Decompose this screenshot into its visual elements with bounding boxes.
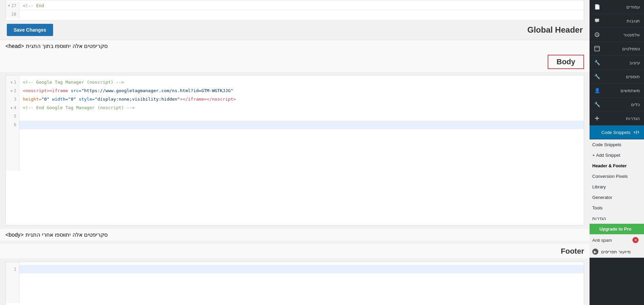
plugins-icon: 🔧 — [594, 73, 600, 80]
head-hint-row: סקריפטים אלה יתווספו בתוך התגית <head> — [0, 40, 590, 52]
sidebar-item-design-label: עיצוב — [603, 60, 640, 65]
tools-icon: 🔧 — [594, 101, 600, 108]
footer-title: Footer — [561, 247, 584, 256]
comments-icon — [594, 17, 600, 24]
editor-extra-space — [6, 171, 584, 225]
sidebar-item-templates-label: טמפלטים — [603, 46, 640, 51]
anti-spam-close-icon[interactable]: ✕ — [632, 237, 639, 243]
line-num-3: 3 — [6, 95, 19, 104]
submenu-conversion-pixels[interactable]: Conversion Pixels — [590, 171, 644, 182]
code-line-3: height="0" width="0" style="display:none… — [19, 95, 584, 104]
submenu-header-footer[interactable]: Header & Footer — [590, 160, 644, 171]
sidebar-item-settings-label: הגדרות — [603, 116, 640, 121]
elementor-icon: ⓔ — [594, 31, 600, 38]
sidebar-item-code-snippets-label: Code Snippets — [594, 130, 630, 135]
sidebar-item-users-label: משתמשים — [603, 88, 640, 93]
code-line-6[interactable] — [19, 121, 584, 129]
submenu-library[interactable]: Library — [590, 182, 644, 192]
line-numbers: ▼ 1 ▼ 2 3 ▼ 4 5 6 — [6, 75, 19, 171]
body-code-editor[interactable]: ▼ 1 ▼ 2 3 ▼ 4 5 6 <!-- Googl — [5, 75, 584, 225]
code-lines: <!-- Google Tag Manager (noscript) --> <… — [19, 75, 584, 171]
line-num-27: 27 — [12, 2, 16, 10]
sidebar-item-comments-label: תגובות — [603, 18, 640, 23]
upgrade-pro-label: Upgrade to Pro — [599, 226, 631, 232]
submenu-add-snippet[interactable]: Add Snippet + — [590, 150, 644, 160]
body-hint-text: סקריפטים אלה יתווספו אחרי התגית — [26, 232, 108, 238]
submenu-tools[interactable]: Tools — [590, 203, 644, 213]
misuder-play-icon: ▶ — [592, 249, 598, 255]
submenu-code-snippets[interactable]: Code Snippets — [590, 139, 644, 150]
sidebar-item-plugins[interactable]: תוספים 🔧 — [590, 70, 644, 84]
svg-text:ⓔ: ⓔ — [596, 33, 599, 37]
sidebar: עמודים 📄 תגובות אלמנטור ⓔ טמפלטים עיצוב … — [590, 0, 644, 305]
sidebar-item-code-snippets[interactable]: Code Snippets — [590, 125, 644, 139]
submenu: Code Snippets Add Snippet + Header & Foo… — [590, 139, 644, 258]
footer-code-editor[interactable]: 1 — [5, 262, 584, 305]
submenu-misuder[interactable]: מיזעור תפריסים ▶ — [590, 246, 644, 257]
body-section-header: Body — [0, 52, 590, 72]
misuder-label: מיזעור תפריסים — [601, 249, 631, 254]
line-num-4: ▼ 4 — [6, 104, 19, 112]
design-icon: 🔧 — [594, 59, 600, 66]
code-line-4: <!-- End Google Tag Manager (noscript) -… — [19, 104, 584, 112]
head-hint-text: סקריפטים אלה יתווספו בתוך התגית — [26, 43, 108, 49]
code-line-1: <!-- Google Tag Manager (noscript) --> — [19, 78, 584, 87]
footer-header: Footer — [0, 244, 590, 258]
footer-editor-extra — [6, 303, 584, 305]
body-footer-hint: סקריפטים אלה יתווספו אחרי התגית <body> — [0, 229, 590, 241]
sidebar-item-posts-label: עמודים — [603, 4, 640, 10]
footer-line-numbers: 1 — [6, 262, 19, 303]
anti-spam-label: Anti spam — [592, 238, 612, 243]
fold-1: ▼ — [11, 80, 13, 85]
submenu-anti-spam[interactable]: Anti spam ✕ — [590, 234, 644, 246]
sidebar-item-design[interactable]: עיצוב 🔧 — [590, 56, 644, 70]
sidebar-item-posts[interactable]: עמודים 📄 — [590, 0, 644, 14]
sidebar-item-elementor[interactable]: אלמנטור ⓔ — [590, 28, 644, 42]
submenu-upgrade-pro[interactable]: Upgrade to Pro — [590, 224, 644, 234]
svg-rect-2 — [595, 46, 599, 51]
code-line-2: <noscript><iframe src="https://www.googl… — [19, 87, 584, 95]
footer-line-num-1: 1 — [6, 265, 19, 273]
sidebar-item-tools-label: כלים — [603, 102, 640, 107]
global-header-title: Global Header — [527, 25, 583, 35]
head-tag: <head> — [5, 43, 24, 49]
submenu-generator[interactable]: Generator — [590, 192, 644, 203]
sidebar-item-tools[interactable]: כלים 🔧 — [590, 98, 644, 112]
svg-rect-5 — [595, 118, 599, 119]
top-bar: Save Changes Global Header — [0, 20, 590, 40]
settings-icon — [594, 115, 600, 122]
prev-line-28-content — [19, 10, 26, 18]
footer-code-lines — [19, 262, 584, 303]
sidebar-item-users[interactable]: משתמשים 👤 — [590, 84, 644, 98]
fold-4: ▼ — [11, 105, 13, 111]
line-num-5: 5 — [6, 112, 19, 121]
sidebar-item-settings[interactable]: הגדרות — [590, 112, 644, 125]
posts-icon: 📄 — [594, 3, 600, 10]
footer-code-line-1[interactable] — [19, 265, 584, 273]
line-num-28: 28 — [12, 10, 16, 18]
code-snippets-icon — [633, 129, 640, 136]
fold-arrow-27: ▼ — [8, 2, 10, 10]
prev-line-27-content: <!-- End — [19, 2, 48, 10]
sidebar-item-comments[interactable]: תגובות — [590, 14, 644, 28]
code-line-5 — [19, 112, 584, 121]
line-num-6: 6 — [6, 121, 19, 129]
svg-line-6 — [636, 131, 637, 134]
submenu-settings[interactable]: הגדרות — [590, 213, 644, 224]
sidebar-item-templates[interactable]: טמפלטים — [590, 42, 644, 56]
sidebar-item-elementor-label: אלמנטור — [603, 32, 640, 37]
sidebar-item-plugins-label: תוספים — [603, 74, 640, 79]
main-content: ▼ 27 <!-- End 28 Save Changes Global Hea… — [0, 0, 590, 305]
users-icon: 👤 — [594, 87, 600, 94]
templates-icon — [594, 45, 600, 52]
footer-section: Footer 1 — [0, 244, 590, 305]
save-changes-button[interactable]: Save Changes — [7, 24, 53, 36]
body-title-box: Body — [548, 55, 584, 69]
line-num-1: ▼ 1 — [6, 78, 19, 87]
body-tag: <body> — [5, 232, 23, 238]
fold-2: ▼ — [11, 88, 13, 94]
line-num-2: ▼ 2 — [6, 87, 19, 95]
